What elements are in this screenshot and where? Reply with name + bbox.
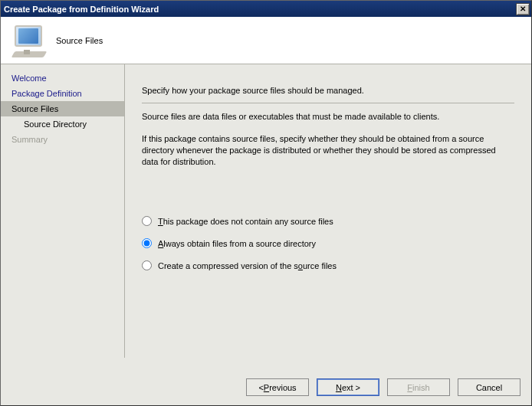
next-button[interactable]: Next > bbox=[317, 378, 379, 396]
sidebar-item-package-definition[interactable]: Package Definition bbox=[1, 86, 124, 101]
separator bbox=[142, 103, 514, 103]
radio-compressed[interactable] bbox=[142, 260, 152, 270]
radio-always-obtain[interactable] bbox=[142, 238, 152, 248]
description-1: Source files are data files or executabl… bbox=[142, 111, 514, 123]
radio-no-source-files[interactable] bbox=[142, 216, 152, 226]
sidebar-item-source-directory[interactable]: Source Directory bbox=[1, 116, 124, 132]
main-panel: Specify how your package source files sh… bbox=[125, 64, 531, 358]
instruction-text: Specify how your package source files sh… bbox=[142, 86, 514, 95]
cancel-button[interactable]: Cancel bbox=[458, 378, 521, 396]
sidebar-item-summary[interactable]: Summary bbox=[1, 132, 124, 147]
previous-button[interactable]: < Previous bbox=[246, 378, 309, 396]
option-no-source-files[interactable]: This package does not contain any source… bbox=[142, 216, 514, 226]
sidebar-item-welcome[interactable]: Welcome bbox=[1, 70, 124, 86]
computer-icon bbox=[11, 24, 45, 57]
radio-label: This package does not contain any source… bbox=[158, 217, 333, 226]
sidebar-item-source-files[interactable]: Source Files bbox=[1, 101, 124, 116]
titlebar: Create Package from Definition Wizard ✕ bbox=[1, 1, 531, 17]
wizard-steps-sidebar: Welcome Package Definition Source Files … bbox=[1, 64, 125, 358]
source-options-group: This package does not contain any source… bbox=[142, 216, 514, 270]
option-compressed[interactable]: Create a compressed version of the sourc… bbox=[142, 260, 514, 270]
description-2: If this package contains source files, s… bbox=[142, 133, 514, 168]
option-always-obtain[interactable]: Always obtain files from a source direct… bbox=[142, 238, 514, 248]
window-title: Create Package from Definition Wizard bbox=[4, 5, 516, 14]
page-title: Source Files bbox=[56, 36, 103, 45]
radio-label: Create a compressed version of the sourc… bbox=[158, 261, 337, 270]
wizard-buttons: < Previous Next > Finish Cancel bbox=[246, 378, 521, 396]
finish-button: Finish bbox=[387, 378, 450, 396]
content-area: Welcome Package Definition Source Files … bbox=[1, 64, 531, 358]
radio-label: Always obtain files from a source direct… bbox=[158, 239, 316, 248]
close-button[interactable]: ✕ bbox=[516, 3, 530, 15]
header-pane: Source Files bbox=[1, 17, 531, 64]
wizard-window: Create Package from Definition Wizard ✕ … bbox=[0, 0, 532, 406]
close-icon: ✕ bbox=[520, 5, 526, 13]
